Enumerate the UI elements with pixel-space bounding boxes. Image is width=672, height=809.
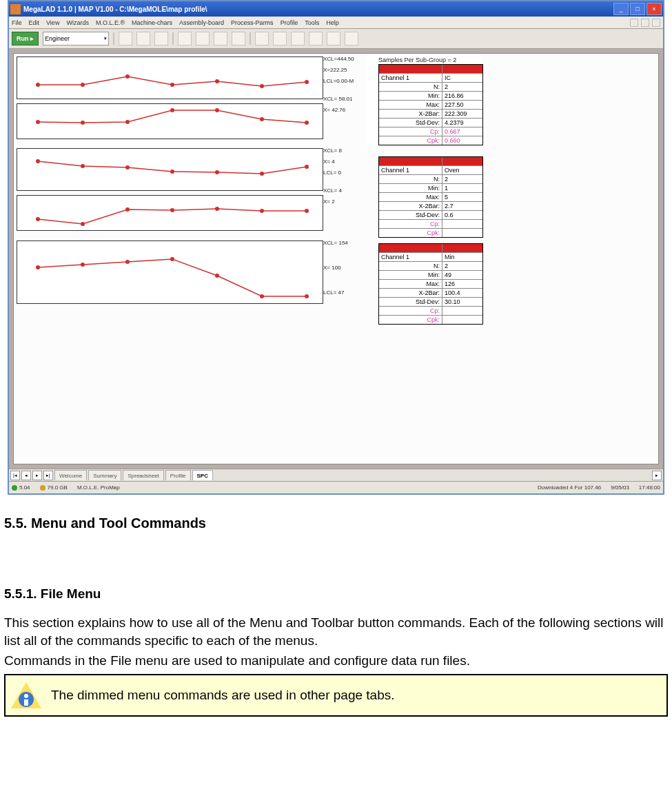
statistics-panel-3: Channel 1Min N:2 Min:49 Max:126 X-2Bar:1… xyxy=(366,238,483,325)
tab-nav-first[interactable]: |◂ xyxy=(10,471,20,480)
status-version: 5.04 xyxy=(19,484,30,491)
info-callout: The dimmed menu commands are used in oth… xyxy=(4,674,668,717)
mdi-restore-icon[interactable] xyxy=(641,19,649,27)
tab-spreadsheet[interactable]: Spreadsheet xyxy=(123,470,163,480)
svg-point-0 xyxy=(36,83,40,87)
y-axis-labels-2: XCL= 8 X= 4 LCL= 0 XCL= 4 X= 2 xyxy=(323,145,366,209)
menu-mole[interactable]: M.O.L.E.® xyxy=(96,19,125,26)
workspace: XCL=444.50 X=222.25 LCL=0.00-M XCL= 58.0… xyxy=(9,49,663,469)
toolbar-button-2[interactable] xyxy=(136,32,150,45)
svg-point-8 xyxy=(81,121,85,125)
toolbar-button-6[interactable] xyxy=(214,32,227,45)
svg-point-16 xyxy=(125,165,130,170)
menu-help[interactable]: Help xyxy=(326,19,339,26)
application-window: MegaLAD 1.1.0 | MAP V1.00 - C:\MegaMOLE\… xyxy=(8,0,664,495)
paragraph-file-menu: Commands in the File menu are used to ma… xyxy=(4,652,668,670)
svg-point-33 xyxy=(260,294,264,298)
toolbar-button-4[interactable] xyxy=(178,32,192,45)
mdi-minimize-icon[interactable] xyxy=(630,19,638,27)
scroll-right-icon[interactable]: ▸ xyxy=(652,471,662,480)
control-chart-xbar-2[interactable] xyxy=(17,148,323,191)
toolbar-separator xyxy=(113,32,114,45)
toolbar-button-11[interactable] xyxy=(309,32,323,45)
control-chart-xbar-3[interactable] xyxy=(17,240,323,304)
svg-point-19 xyxy=(260,172,264,176)
run-button[interactable]: Run ▸ xyxy=(12,32,39,45)
callout-text: The dimmed menu commands are used in oth… xyxy=(51,688,395,703)
svg-point-10 xyxy=(170,108,174,112)
toolbar-button-7[interactable] xyxy=(232,32,245,45)
title-bar[interactable]: MegaLAD 1.1.0 | MAP V1.00 - C:\MegaMOLE\… xyxy=(9,1,663,17)
toolbar-separator xyxy=(250,32,251,45)
svg-point-34 xyxy=(305,294,309,298)
status-led-icon xyxy=(12,485,17,491)
menu-process[interactable]: Process-Parms xyxy=(231,19,274,26)
svg-point-27 xyxy=(305,209,309,213)
role-dropdown[interactable]: Engineer xyxy=(43,32,109,45)
menu-tools[interactable]: Tools xyxy=(305,19,319,26)
svg-point-1 xyxy=(81,83,85,87)
toolbar: Run ▸ Engineer xyxy=(9,29,663,49)
statistics-panel-2: Channel 1Oven N:2 Min:1 Max:5 X-2Bar:2.7… xyxy=(366,145,483,238)
menu-machine[interactable]: Machine-chars xyxy=(132,19,172,26)
menu-bar: File Edit View Wizards M.O.L.E.® Machine… xyxy=(9,17,663,29)
svg-point-26 xyxy=(260,209,264,213)
svg-point-21 xyxy=(36,217,40,221)
status-product: M.O.L.E. ProMap xyxy=(77,484,120,491)
tab-nav-next[interactable]: ▸ xyxy=(32,471,42,480)
app-icon xyxy=(10,4,21,14)
minimize-button[interactable]: _ xyxy=(613,3,629,15)
samples-label: Samples Per Sub-Group = 2 xyxy=(378,57,483,63)
svg-point-30 xyxy=(125,260,130,264)
tab-nav-prev[interactable]: ◂ xyxy=(21,471,31,480)
tab-nav-last[interactable]: ▸| xyxy=(43,471,53,480)
svg-point-13 xyxy=(305,121,309,125)
toolbar-button-8[interactable] xyxy=(255,32,269,45)
toolbar-button-10[interactable] xyxy=(291,32,305,45)
menu-edit[interactable]: Edit xyxy=(29,19,40,26)
toolbar-button-12[interactable] xyxy=(327,32,340,45)
toolbar-button-5[interactable] xyxy=(196,32,210,45)
maximize-button[interactable]: □ xyxy=(630,3,645,15)
menu-view[interactable]: View xyxy=(46,19,59,26)
paragraph-intro: This section explains how to use all of … xyxy=(4,614,668,649)
control-chart-range-1[interactable] xyxy=(17,103,323,139)
heading-5-5: 5.5. Menu and Tool Commands xyxy=(4,515,672,531)
svg-point-7 xyxy=(36,120,40,124)
tab-strip: |◂ ◂ ▸ ▸| Welcome Summary Spreadsheet Pr… xyxy=(9,469,663,481)
statistics-table-3: Channel 1Min N:2 Min:49 Max:126 X-2Bar:1… xyxy=(378,243,483,325)
svg-point-18 xyxy=(215,170,219,174)
mdi-close-icon[interactable] xyxy=(652,19,660,27)
tab-spc[interactable]: SPC xyxy=(192,470,213,480)
svg-point-22 xyxy=(81,222,85,226)
menu-profile[interactable]: Profile xyxy=(281,19,298,26)
svg-point-29 xyxy=(81,263,85,267)
toolbar-button-3[interactable] xyxy=(154,32,168,45)
svg-point-2 xyxy=(125,74,130,79)
toolbar-button-1[interactable] xyxy=(119,32,132,45)
svg-point-31 xyxy=(170,257,174,261)
svg-point-23 xyxy=(125,207,130,212)
tab-summary[interactable]: Summary xyxy=(88,470,121,480)
status-time: 17:48:00 xyxy=(639,484,660,491)
status-bar: 5.04 79.0 GB M.O.L.E. ProMap Downloaded … xyxy=(9,481,663,493)
heading-5-5-1: 5.5.1. File Menu xyxy=(4,586,672,602)
svg-point-5 xyxy=(260,84,264,88)
svg-point-25 xyxy=(215,207,219,211)
status-disk: 79.0 GB xyxy=(48,484,68,491)
control-chart-xbar-1[interactable] xyxy=(17,57,323,99)
control-chart-range-2[interactable] xyxy=(17,195,323,231)
statistics-table-2: Channel 1Oven N:2 Min:1 Max:5 X-2Bar:2.7… xyxy=(378,156,483,238)
y-axis-labels-3: XCL= 154 X= 100 LCL= 47 xyxy=(323,238,366,300)
menu-wizards[interactable]: Wizards xyxy=(66,19,89,26)
tab-welcome[interactable]: Welcome xyxy=(54,470,87,480)
close-button[interactable]: × xyxy=(646,3,662,15)
svg-point-28 xyxy=(36,265,40,269)
menu-file[interactable]: File xyxy=(12,19,22,26)
toolbar-button-13[interactable] xyxy=(345,32,358,45)
menu-assembly[interactable]: Assembly-board xyxy=(179,19,224,26)
statistics-panel-1: Samples Per Sub-Group = 2 Channel 1IC N:… xyxy=(366,54,483,145)
tab-profile[interactable]: Profile xyxy=(165,470,191,480)
status-disk-icon xyxy=(40,485,45,491)
toolbar-button-9[interactable] xyxy=(273,32,287,45)
